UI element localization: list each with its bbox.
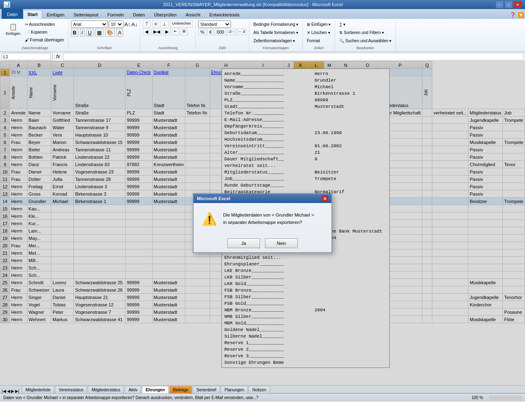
dialog-yes-button[interactable]: Ja: [227, 238, 260, 248]
name-box[interactable]: [2, 53, 51, 60]
help-icon[interactable]: ❓: [509, 12, 516, 18]
tab-entwicklertools[interactable]: Entwicklertools: [205, 10, 244, 19]
tab-beitraege[interactable]: Beiträge: [169, 386, 192, 393]
sheet-nav-first[interactable]: |◀: [2, 389, 6, 393]
ribbon-group-zellen: ⊞ Einfügen ▾ ✕ Löschen ▾ Format Zellen: [303, 20, 335, 51]
maximize-button[interactable]: □: [504, 1, 513, 8]
ribbon-group-formatvorlagen: Bedingte Formatierung ▾ Als Tabelle form…: [249, 20, 303, 51]
border-button[interactable]: ▦: [95, 29, 103, 37]
tab-ehrungen[interactable]: Ehrungen: [142, 386, 169, 393]
minimize-button[interactable]: −: [495, 1, 504, 8]
wrap-text-button[interactable]: Umbrechen: [170, 21, 193, 27]
status-text: Daten von < Grundler Michael > in separa…: [3, 395, 468, 400]
group-label-zwischenablage: Zwischenablage: [22, 46, 48, 50]
format-button[interactable]: Format: [305, 37, 322, 44]
thousands-button[interactable]: 000: [215, 29, 226, 35]
formula-fx: fx: [55, 54, 62, 59]
sortieren-button[interactable]: ⇅ Sortieren und Filtern ▾: [338, 29, 386, 36]
formula-separator: [52, 53, 53, 60]
einfuegen-zellen-button[interactable]: ⊞ Einfügen ▾: [305, 21, 332, 28]
dialog-overlay: Microsoft Excel ✕ ⚠️ Die Mitgliederdaten…: [0, 61, 525, 385]
tab-mitgliederstatus[interactable]: Mitgliederstatus: [88, 386, 124, 393]
dialog: Microsoft Excel ✕ ⚠️ Die Mitgliederdaten…: [193, 193, 332, 253]
italic-button[interactable]: I: [80, 29, 85, 37]
close-button[interactable]: ✕: [514, 1, 522, 8]
suchen-button[interactable]: 🔍 Suchen und Auswählen ▾: [338, 37, 393, 44]
paste-icon: 📋: [8, 22, 18, 32]
align-right-button[interactable]: ▶: [163, 28, 171, 35]
dialog-message: Die Mitgliederdaten von < Grundler Micha…: [223, 211, 314, 226]
format-painter-button[interactable]: 🖌 Format übertragen: [23, 36, 66, 43]
font-select[interactable]: Arial: [71, 21, 108, 28]
tab-ueberpruefen[interactable]: Überprüfen: [149, 10, 181, 19]
sheet-nav-prev[interactable]: ◀: [7, 389, 10, 393]
fill-color-button[interactable]: 🎨: [105, 29, 115, 37]
ribbon-group-zwischenablage: 📋 Einfügen ✂ Ausschneiden 📄 Kopieren 🖌 F…: [2, 20, 68, 51]
number-format-select[interactable]: Standard: [198, 21, 231, 28]
tab-ansicht[interactable]: Ansicht: [181, 10, 205, 19]
copy-button[interactable]: 📄 Kopieren: [23, 28, 66, 36]
sheet-tabs: |◀ ◀ ▶ ▶| Mitgliederliste Vereinsstatus …: [0, 385, 525, 393]
dialog-content: ⚠️ Die Mitgliederdaten von < Grundler Mi…: [194, 203, 331, 234]
group-label-ausrichtung: Ausrichtung: [158, 46, 178, 50]
tab-start[interactable]: Start: [23, 10, 42, 19]
autosumme-button[interactable]: ∑ ▾: [338, 21, 347, 28]
group-label-schriftart: Schriftart: [97, 46, 112, 50]
bedingte-formatierung-button[interactable]: Bedingte Formatierung ▾: [252, 21, 300, 28]
percent-button[interactable]: €: [207, 29, 214, 35]
tab-notizen[interactable]: Notizen: [249, 386, 270, 393]
loeschen-zellen-button[interactable]: ✕ Löschen ▾: [305, 29, 331, 36]
tab-planungen[interactable]: Planungen: [221, 386, 248, 393]
dialog-warning-icon: ⚠️: [202, 211, 217, 226]
ribbon: Datei Start Einfügen Seitenlayout Formel…: [0, 9, 525, 52]
tab-aktiv[interactable]: Aktiv: [125, 386, 141, 393]
zoom-slider[interactable]: [489, 395, 522, 400]
increase-decimal-button[interactable]: .0→: [227, 29, 237, 35]
ribbon-group-schriftart: Arial 10 A↑ A↓ B I U ▦ 🎨 A Schrift: [68, 20, 140, 51]
ribbon-group-bearbeiten: ∑ ▾ ⇅ Sortieren und Filtern ▾ 🔍 Suchen u…: [335, 20, 396, 51]
tab-datei[interactable]: Datei: [2, 9, 23, 19]
merge-button[interactable]: ⊞: [180, 28, 188, 35]
currency-button[interactable]: %: [198, 29, 206, 35]
bold-button[interactable]: B: [71, 29, 78, 37]
paste-button[interactable]: 📋 Einfügen: [4, 21, 22, 37]
tab-daten[interactable]: Daten: [128, 10, 149, 19]
group-label-zellen: Zellen: [314, 46, 324, 50]
align-middle-button[interactable]: ≡: [152, 21, 159, 27]
font-color-button[interactable]: A: [116, 29, 123, 37]
ribbon-group-ausrichtung: ⊤ ≡ ⊥ Umbrechen ◀ ▶◀ ▶ ⇤ ⊞ Ausrichtung: [140, 20, 196, 51]
status-bar: Daten von < Grundler Michael > in separa…: [0, 393, 525, 402]
minimize-ribbon-icon[interactable]: 🔽: [518, 12, 524, 18]
decrease-decimal-button[interactable]: ←.0: [237, 29, 247, 35]
dialog-no-button[interactable]: Nein: [265, 238, 298, 248]
cut-button[interactable]: ✂ Ausschneiden: [23, 21, 66, 28]
fontsize-select[interactable]: 10: [109, 21, 123, 28]
formula-bar: fx: [0, 52, 525, 61]
sheet-nav-next[interactable]: ▶: [11, 389, 14, 393]
decrease-font-button[interactable]: A↓: [131, 21, 137, 27]
tab-formeln[interactable]: Formeln: [103, 10, 128, 19]
zellenformatvorlagen-button[interactable]: Zellenformatvorlagen ▾: [252, 37, 297, 44]
formula-input[interactable]: [63, 53, 523, 60]
zoom-level: 100 %: [472, 395, 483, 400]
tab-vereinsstatus[interactable]: Vereinsstatus: [55, 386, 87, 393]
tab-mitgliederliste[interactable]: Mitgliederliste: [22, 386, 54, 393]
dialog-close-button[interactable]: ✕: [322, 196, 328, 201]
increase-font-button[interactable]: A↑: [124, 21, 130, 27]
align-center-button[interactable]: ▶◀: [151, 28, 162, 35]
tab-serienbrief[interactable]: Serienbrief: [193, 386, 220, 393]
sheet-nav-last[interactable]: ▶|: [15, 389, 20, 393]
align-bottom-button[interactable]: ⊥: [160, 21, 169, 27]
title-bar: 📊 2011_VEREINSMAYER_Mitgliederverwaltung…: [0, 0, 525, 9]
dialog-title: Microsoft Excel: [197, 196, 230, 201]
window-title: 2011_VEREINSMAYER_Mitgliederverwaltung.x…: [10, 2, 495, 7]
underline-button[interactable]: U: [86, 29, 93, 37]
indent-button[interactable]: ⇤: [172, 28, 179, 35]
tab-einfuegen[interactable]: Einfügen: [42, 10, 69, 19]
align-top-button[interactable]: ⊤: [143, 21, 151, 27]
dialog-titlebar: Microsoft Excel ✕: [194, 194, 331, 203]
group-label-bearbeiten: Bearbeiten: [356, 46, 374, 50]
als-tabelle-button[interactable]: Als Tabelle formatieren ▾: [252, 29, 300, 36]
tab-seitenlayout[interactable]: Seitenlayout: [69, 10, 103, 19]
align-left-button[interactable]: ◀: [143, 28, 150, 35]
